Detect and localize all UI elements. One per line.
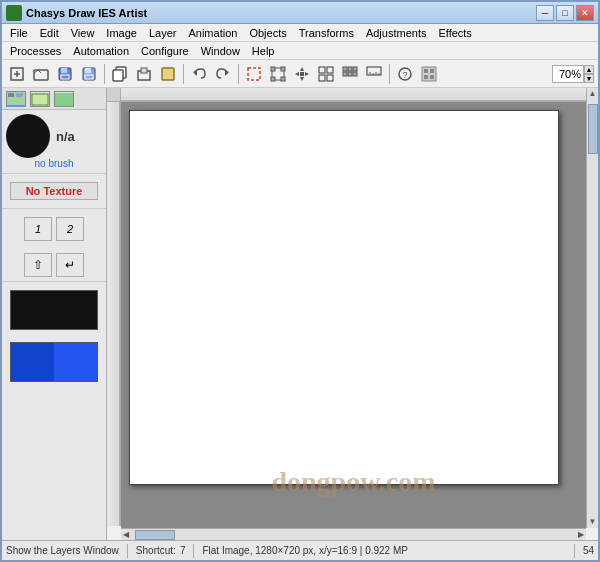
panel-tab-image2[interactable] xyxy=(30,91,50,107)
num-button-2[interactable]: 2 xyxy=(56,217,84,241)
tool-redo[interactable] xyxy=(212,63,234,85)
canvas-area[interactable]: dongpow.com xyxy=(121,102,586,528)
color-swatch[interactable] xyxy=(10,342,98,382)
panel-tab-image1[interactable] xyxy=(6,91,26,107)
tool-copy[interactable] xyxy=(109,63,131,85)
menu-image[interactable]: Image xyxy=(100,26,143,40)
tool-transform[interactable] xyxy=(267,63,289,85)
scroll-down-arrow[interactable]: ▼ xyxy=(589,516,597,528)
svg-rect-20 xyxy=(281,67,285,71)
menu-bar-1: File Edit View Image Layer Animation Obj… xyxy=(2,24,598,42)
menu-effects[interactable]: Effects xyxy=(432,26,477,40)
status-shortcut-label: Shortcut: xyxy=(136,545,176,556)
title-bar: Chasys Draw IES Artist ─ □ ✕ xyxy=(2,2,598,24)
arrow-button-section: ⇧ ↵ xyxy=(2,249,106,282)
color-preview[interactable] xyxy=(10,290,98,330)
toolbar-separator-2 xyxy=(183,64,184,84)
menu-transforms[interactable]: Transforms xyxy=(293,26,360,40)
tool-new[interactable] xyxy=(6,63,28,85)
menu-objects[interactable]: Objects xyxy=(243,26,292,40)
close-button[interactable]: ✕ xyxy=(576,5,594,21)
svg-marker-25 xyxy=(295,72,299,76)
tool-crop[interactable] xyxy=(157,63,179,85)
maximize-button[interactable]: □ xyxy=(556,5,574,21)
status-separator-2 xyxy=(193,544,194,558)
scrollbar-vertical[interactable]: ▲ ▼ xyxy=(586,88,598,528)
tool-extra[interactable] xyxy=(418,63,440,85)
scroll-thumb-v[interactable] xyxy=(588,104,598,154)
menu-adjustments[interactable]: Adjustments xyxy=(360,26,433,40)
svg-marker-26 xyxy=(305,72,309,76)
status-separator-1 xyxy=(127,544,128,558)
color-preview-section xyxy=(2,282,106,338)
toolbar-separator-3 xyxy=(238,64,239,84)
svg-rect-47 xyxy=(430,69,434,73)
scrollbar-horizontal[interactable]: ◀ ▶ xyxy=(121,528,586,540)
tool-save[interactable] xyxy=(78,63,100,85)
status-coords: 54 xyxy=(583,545,594,556)
tool-select[interactable] xyxy=(243,63,265,85)
menu-automation[interactable]: Automation xyxy=(67,44,135,58)
zoom-input[interactable] xyxy=(552,65,584,83)
svg-rect-14 xyxy=(162,68,174,80)
svg-text:?: ? xyxy=(402,70,407,80)
menu-configure[interactable]: Configure xyxy=(135,44,195,58)
tool-save-all[interactable] xyxy=(54,63,76,85)
arrow-enter-button[interactable]: ↵ xyxy=(56,253,84,277)
scroll-right-arrow[interactable]: ▶ xyxy=(576,529,586,541)
svg-rect-8 xyxy=(85,68,91,73)
menu-processes[interactable]: Processes xyxy=(4,44,67,58)
status-bar: Show the Layers Window Shortcut: 7 Flat … xyxy=(2,540,598,560)
zoom-arrows: ▲ ▼ xyxy=(584,65,594,83)
menu-window[interactable]: Window xyxy=(195,44,246,58)
minimize-button[interactable]: ─ xyxy=(536,5,554,21)
svg-rect-48 xyxy=(424,75,428,79)
status-show-layers: Show the Layers Window xyxy=(6,545,119,556)
menu-file[interactable]: File xyxy=(4,26,34,40)
tool-paste[interactable] xyxy=(133,63,155,85)
tool-zoom-grid[interactable] xyxy=(315,63,337,85)
texture-button[interactable]: No Texture xyxy=(10,182,98,200)
menu-view[interactable]: View xyxy=(65,26,101,40)
tool-open[interactable] xyxy=(30,63,52,85)
scroll-left-arrow[interactable]: ◀ xyxy=(121,529,131,541)
swatch-blue-right xyxy=(54,343,97,381)
menu-edit[interactable]: Edit xyxy=(34,26,65,40)
tool-grid2[interactable] xyxy=(339,63,361,85)
zoom-up-arrow[interactable]: ▲ xyxy=(584,65,594,74)
brush-preview[interactable] xyxy=(6,114,50,158)
panel-tab-area xyxy=(2,88,106,110)
toolbar-separator-4 xyxy=(389,64,390,84)
status-separator-3 xyxy=(574,544,575,558)
svg-rect-34 xyxy=(353,67,357,71)
svg-rect-13 xyxy=(141,68,147,73)
window-title: Chasys Draw IES Artist xyxy=(26,7,536,19)
svg-rect-32 xyxy=(343,67,347,71)
zoom-control: ▲ ▼ xyxy=(552,65,594,83)
scroll-up-arrow[interactable]: ▲ xyxy=(589,88,597,100)
menu-help[interactable]: Help xyxy=(246,44,281,58)
tool-ruler[interactable] xyxy=(363,63,385,85)
tool-undo[interactable] xyxy=(188,63,210,85)
tool-help[interactable]: ? xyxy=(394,63,416,85)
number-buttons: 1 2 xyxy=(24,217,84,241)
num-button-1[interactable]: 1 xyxy=(24,217,52,241)
svg-rect-46 xyxy=(424,69,428,73)
arrow-up-button[interactable]: ⇧ xyxy=(24,253,52,277)
svg-rect-49 xyxy=(430,75,434,79)
color-swatch-section xyxy=(2,338,106,386)
tool-move[interactable] xyxy=(291,63,313,85)
menu-animation[interactable]: Animation xyxy=(182,26,243,40)
menu-layer[interactable]: Layer xyxy=(143,26,183,40)
left-panel: n/a no brush No Texture 1 2 ⇧ ↵ xyxy=(2,88,107,540)
svg-rect-35 xyxy=(343,72,347,76)
scroll-thumb-h[interactable] xyxy=(135,530,175,540)
brush-row: n/a xyxy=(6,114,102,158)
svg-rect-29 xyxy=(327,67,333,73)
svg-rect-27 xyxy=(300,72,304,76)
panel-tab-image3[interactable] xyxy=(54,91,74,107)
svg-rect-28 xyxy=(319,67,325,73)
zoom-down-arrow[interactable]: ▼ xyxy=(584,74,594,83)
ruler-v-svg xyxy=(107,102,121,526)
canvas-surface[interactable] xyxy=(129,110,559,485)
